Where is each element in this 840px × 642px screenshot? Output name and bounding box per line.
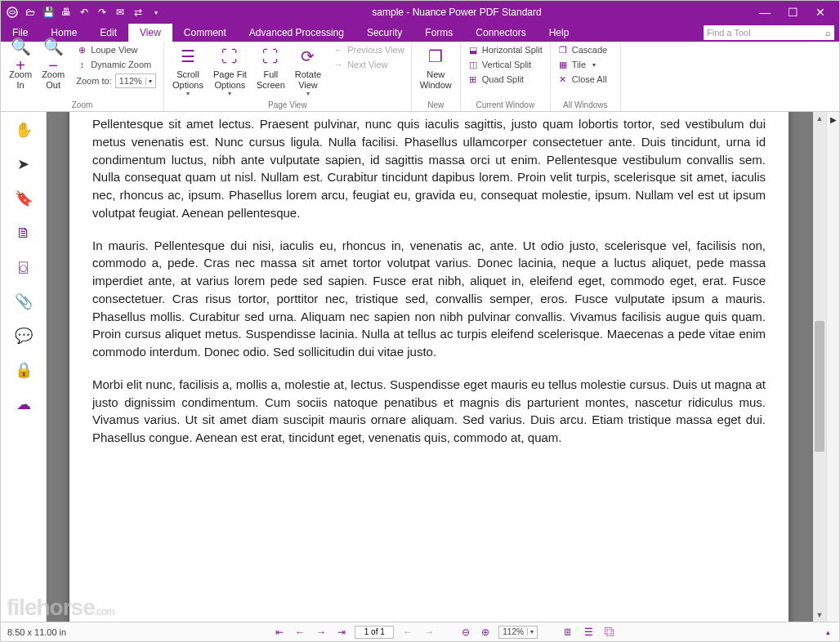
- redo-icon[interactable]: ↷: [96, 6, 109, 19]
- v-split-label: Vertical Split: [482, 60, 532, 69]
- document-page: Pellentesque sit amet lectus. Praesent p…: [69, 112, 789, 622]
- cascade-label: Cascade: [572, 45, 607, 55]
- menu-advanced-processing[interactable]: Advanced Processing: [238, 24, 355, 42]
- hand-tool-button[interactable]: ✋: [12, 118, 35, 141]
- full-screen-icon: ⛶: [259, 45, 282, 68]
- zoom-in-button[interactable]: 🔍+ Zoom In: [6, 43, 35, 91]
- find-tool-input[interactable]: Find a Tool ⌕: [704, 25, 834, 40]
- q-split-icon: ⊞: [467, 74, 479, 85]
- single-page-view-button[interactable]: 🗏: [561, 626, 575, 638]
- prev-page-button[interactable]: ←: [293, 626, 307, 638]
- security-panel-button[interactable]: 🔒: [12, 359, 35, 381]
- close-button[interactable]: ✕: [806, 1, 834, 24]
- rotate-view-button[interactable]: ⟳ Rotate View ▾: [292, 43, 324, 99]
- zoom-status-combo[interactable]: 112% ▾: [498, 626, 538, 639]
- menu-comment[interactable]: Comment: [172, 24, 238, 42]
- new-window-button[interactable]: ❐ New Window: [417, 43, 455, 91]
- cloud-panel-button[interactable]: ☁: [12, 393, 35, 416]
- search-icon[interactable]: ⌕: [825, 28, 831, 38]
- full-screen-button[interactable]: ⛶ Full Screen: [253, 43, 288, 91]
- loupe-view-button[interactable]: ⊕Loupe View: [74, 43, 158, 56]
- tile-button[interactable]: ▦Tile▾: [556, 58, 609, 71]
- close-all-button[interactable]: ✕Close All: [556, 73, 609, 86]
- menu-security[interactable]: Security: [355, 24, 413, 42]
- tile-label: Tile: [572, 60, 586, 69]
- undo-icon[interactable]: ↶: [78, 6, 91, 19]
- status-chevron-up-icon[interactable]: ▴: [824, 628, 833, 636]
- page-number-input[interactable]: [355, 626, 394, 639]
- zoom-to-row: Zoom to: 112% ▾: [74, 73, 158, 89]
- close-all-label: Close All: [572, 74, 607, 84]
- menu-forms[interactable]: Forms: [413, 24, 464, 42]
- new-window-label: New Window: [420, 69, 452, 90]
- attachments-button[interactable]: 📎: [12, 290, 35, 313]
- menu-edit[interactable]: Edit: [88, 24, 128, 42]
- scroll-up-button[interactable]: ▲: [813, 112, 826, 125]
- cascade-button[interactable]: ❐Cascade: [556, 43, 609, 56]
- qat-dropdown-icon[interactable]: ▾: [150, 6, 163, 19]
- chevron-down-icon: ▾: [306, 90, 310, 97]
- print-icon[interactable]: 🖶: [60, 6, 73, 19]
- h-split-label: Horizontal Split: [482, 45, 543, 55]
- first-page-button[interactable]: ⇤: [273, 626, 286, 638]
- all-windows-group-label: All Windows: [556, 99, 615, 111]
- dynamic-zoom-button[interactable]: ↕Dynamic Zoom: [74, 58, 158, 71]
- prev-view-status-button: ←: [400, 626, 415, 638]
- continuous-view-button[interactable]: ☰: [582, 626, 596, 638]
- chevron-down-icon[interactable]: ▾: [145, 78, 155, 85]
- horizontal-split-button[interactable]: ⬓Horizontal Split: [466, 43, 544, 56]
- zoom-out-button[interactable]: 🔍− Zoom Out: [38, 43, 68, 91]
- scroll-thumb[interactable]: [815, 321, 824, 452]
- cascade-icon: ❐: [557, 44, 569, 56]
- save-icon[interactable]: 💾: [42, 6, 55, 19]
- new-window-icon: ❐: [424, 45, 447, 68]
- zoom-in-icon: 🔍+: [9, 45, 32, 68]
- menu-view[interactable]: View: [128, 24, 172, 42]
- app-icon[interactable]: [6, 6, 19, 19]
- minimize-button[interactable]: —: [751, 1, 779, 24]
- convert-icon[interactable]: ⇄: [132, 6, 145, 19]
- zoom-to-combo[interactable]: 112% ▾: [115, 74, 156, 88]
- chevron-down-icon[interactable]: ▾: [527, 628, 537, 635]
- pages-panel-button[interactable]: 🗎: [12, 221, 35, 244]
- quad-split-button[interactable]: ⊞Quad Split: [466, 73, 544, 86]
- last-page-button[interactable]: ⇥: [335, 626, 348, 638]
- arrow-left-icon: ←: [333, 44, 344, 56]
- current-window-group-label: Current Window: [466, 99, 545, 111]
- maximize-button[interactable]: ☐: [779, 1, 806, 24]
- page-fit-options-button[interactable]: ⛶ Page Fit Options ▾: [210, 43, 250, 99]
- comments-panel-button[interactable]: 💬: [12, 324, 35, 347]
- previous-view-label: Previous View: [347, 45, 404, 55]
- facing-view-button[interactable]: ⿻: [602, 626, 617, 638]
- vertical-split-button[interactable]: ◫Vertical Split: [466, 58, 544, 71]
- document-paragraph: In mauris. Pellentesque dui nisi, iaculi…: [92, 237, 766, 361]
- expand-right-panel-button[interactable]: ▶: [830, 115, 837, 124]
- zoom-out-status-button[interactable]: ⊖: [459, 626, 472, 638]
- stamps-panel-button[interactable]: ⌼: [12, 256, 35, 279]
- bookmarks-button[interactable]: 🔖: [12, 187, 35, 210]
- next-view-label: Next View: [347, 60, 387, 69]
- full-screen-label: Full Screen: [257, 69, 285, 90]
- open-icon[interactable]: 🗁: [24, 6, 37, 19]
- next-page-button[interactable]: →: [314, 626, 328, 638]
- next-view-status-button: →: [422, 626, 436, 638]
- document-viewport[interactable]: Pellentesque sit amet lectus. Praesent p…: [47, 112, 813, 622]
- select-tool-button[interactable]: ➤: [12, 153, 35, 176]
- zoom-out-icon: 🔍−: [42, 45, 65, 68]
- menu-help[interactable]: Help: [538, 24, 581, 42]
- window-title: sample - Nuance Power PDF Standard: [163, 7, 751, 18]
- close-all-icon: ✕: [557, 74, 569, 85]
- q-split-label: Quad Split: [482, 74, 524, 84]
- mail-icon[interactable]: ✉: [114, 6, 127, 19]
- scroll-options-button[interactable]: ☰ Scroll Options ▾: [169, 43, 207, 99]
- new-group-label: New: [417, 99, 455, 111]
- scroll-options-label: Scroll Options: [172, 69, 203, 90]
- loupe-icon: ⊕: [76, 44, 87, 56]
- vertical-scrollbar[interactable]: ▲ ▼: [813, 112, 826, 622]
- zoom-status-value: 112%: [499, 627, 527, 636]
- zoom-group-label: Zoom: [6, 99, 159, 111]
- chevron-down-icon[interactable]: ▾: [592, 61, 596, 69]
- menu-connectors[interactable]: Connectors: [464, 24, 537, 42]
- zoom-in-status-button[interactable]: ⊕: [479, 626, 492, 638]
- scroll-down-button[interactable]: ▼: [813, 609, 826, 622]
